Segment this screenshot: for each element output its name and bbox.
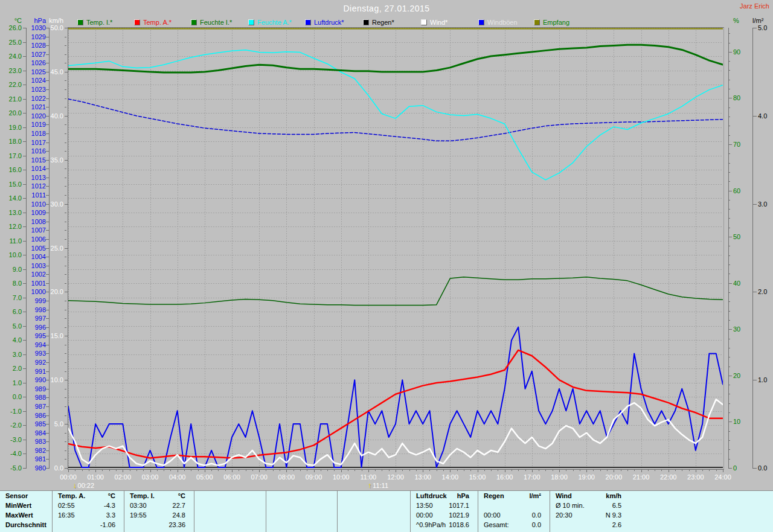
axis-tick-hPa [46,353,50,354]
axis-minor-tick-% [728,421,730,422]
axis-minor-tick-% [728,209,730,210]
time-label-18: 18:00 [546,473,573,481]
time-minor-tick [580,469,580,471]
axis-label-l/m²: 5.0 [758,25,773,31]
axis-minor-tick-% [728,70,730,71]
column-name: Luftdruck [416,491,447,501]
time-minor-tick [470,469,471,471]
axis-label-%: 0 [733,465,750,472]
axis-label-km/h: 20.0 [42,289,63,295]
axis-minor-tick-km/h [65,195,66,196]
axis-minor-tick-% [728,264,730,265]
event-time-label: 00:22 [78,482,95,489]
axis-minor-tick-km/h [65,380,66,380]
time-minor-tick [68,469,69,471]
axis-label-km/h: 5.0 [42,421,63,428]
table-cell-row: 00:000.0 [478,510,550,520]
legend-item-temp-i-[interactable]: Temp. I.* [77,19,112,26]
axis-label-°C: -5.0 [0,465,22,472]
axis-label-%: 30 [733,326,750,333]
column-unit: °C [108,491,115,501]
cell-value: 23.36 [168,520,185,530]
axis-label-l/m²: 3.0 [758,200,773,207]
time-minor-tick [627,469,628,471]
time-minor-tick [354,469,355,471]
column-name: Regen [484,491,504,501]
time-label-4: 04:00 [164,473,191,481]
time-label-19: 19:00 [573,473,600,481]
axis-line-l/m² [752,28,753,469]
time-minor-tick [205,469,205,471]
legend-item-temp-a-[interactable]: Temp. A.* [134,19,172,26]
table-cell-row: 13:501017.1 [411,501,478,510]
time-minor-tick [689,469,690,471]
legend-item-wind-[interactable]: Wind* [421,19,447,26]
axis-label-hPa: 991 [24,368,46,374]
time-minor-tick [429,469,430,471]
legend-item-empfang[interactable]: Empfang [534,19,569,26]
cell-time: Ø 10 min. [556,501,585,510]
axis-minor-tick-km/h [65,133,66,134]
time-minor-tick [600,469,601,471]
axis-label-l/m²: 0.0 [758,465,773,472]
column-unit: hPa [457,491,469,501]
table-cell-row: ^0.9hPa/h1018.6 [411,520,478,530]
axis-minor-tick-km/h [65,415,66,416]
axis-tick-hPa [46,362,50,363]
axis-minor-tick-km/h [65,204,66,205]
legend-item-windb-en[interactable]: Windböen [478,19,518,26]
time-minor-tick [157,469,158,471]
time-label-1: 01:00 [82,473,109,481]
axis-label-°C: 9.0 [0,266,22,272]
axis-minor-tick-km/h [65,301,66,301]
table-cell-row [194,520,266,530]
axis-label-l/m²: 4.0 [758,112,773,119]
table-cell-row [338,510,410,520]
time-minor-tick [266,469,266,471]
axis-label-hPa: 1027 [24,51,46,57]
axis-tick-hPa [46,389,50,389]
time-minor-tick [696,469,696,471]
time-minor-tick [566,469,566,471]
axis-tick-hPa [46,450,50,451]
time-label-12: 12:00 [382,473,409,481]
axis-label-°C: 24.0 [0,53,22,60]
axis-tick-hPa [46,441,50,442]
time-minor-tick [437,469,437,471]
legend-label: Feuchte I.* [200,19,232,26]
axis-label-°C: 22.0 [0,82,22,88]
axis-minor-tick-km/h [65,239,66,240]
cell-time: 00:00 [416,510,433,520]
axis-minor-tick-km/h [65,222,66,222]
axis-minor-tick-% [728,89,730,89]
axis-minor-tick-% [728,449,730,450]
time-minor-tick [641,469,642,471]
axis-label-hPa: 1007 [24,227,46,234]
axis-minor-tick-% [728,394,730,394]
column-name: Temp. I. [130,491,155,501]
legend-item-feuchte-a-[interactable]: Feuchte A.* [248,19,292,26]
time-minor-tick [239,469,239,471]
table-cell-row: Gesamt:0.0 [478,520,550,530]
time-minor-tick [634,469,635,471]
legend-item-feuchte-i-[interactable]: Feuchte I.* [191,19,232,26]
axis-minor-tick-% [728,153,730,154]
legend-item-luftdruck-[interactable]: Luftdruck* [305,19,344,26]
time-minor-tick [75,469,75,471]
table-cell-row: 2.6 [550,520,630,530]
axis-minor-tick-km/h [65,266,66,266]
cell-value: N 9.3 [606,510,621,520]
time-minor-tick [545,469,546,471]
time-minor-tick [491,469,492,471]
axis-minor-tick-km/h [65,72,66,72]
time-minor-tick [95,469,96,471]
axis-label-km/h: 25.0 [42,245,63,251]
axis-minor-tick-km/h [65,371,66,372]
axis-label-hPa: 981 [24,456,46,463]
axis-tick-hPa [46,257,50,257]
axis-label-°C: -2.0 [0,422,22,429]
legend-item-regen-[interactable]: Regen* [363,19,394,26]
time-minor-tick [89,469,89,471]
table-column-header [194,491,266,501]
legend-label: Feuchte A.* [257,19,292,26]
